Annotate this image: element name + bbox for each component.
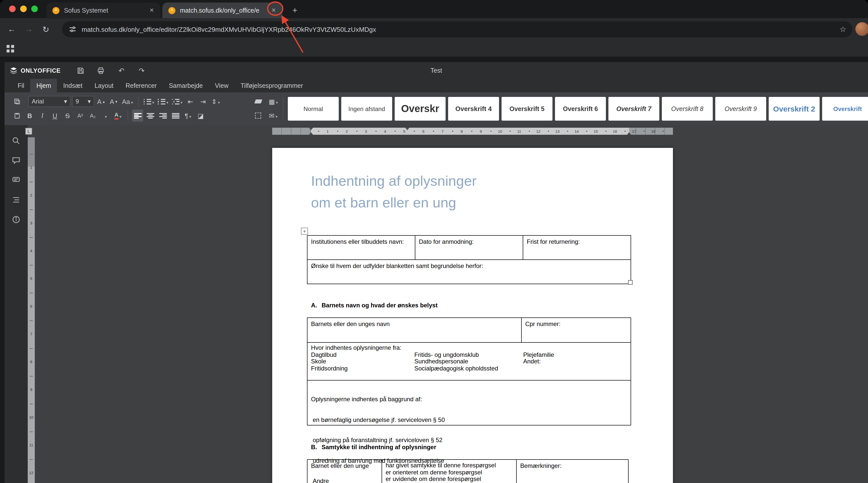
menu-view[interactable]: View [209,79,235,92]
back-button[interactable] [4,22,19,37]
line-spacing-button[interactable] [210,95,221,108]
style-overskrift-1[interactable]: Overskr [395,97,445,121]
about-info-icon[interactable] [11,215,21,224]
cell-request-date[interactable]: Dato for anmodning: [415,236,523,259]
table-resize-handle[interactable] [628,280,632,285]
onlyoffice-brand-text: ONLYOFFICE [21,67,61,74]
close-window-button[interactable] [9,5,16,12]
cell-sources[interactable]: Hvor indhentes oplysningerne fra: Dagtil… [308,343,630,380]
italic-button[interactable]: I [37,110,48,122]
bold-button[interactable]: B [24,110,35,122]
mail-merge-button[interactable] [268,110,279,122]
undo-button[interactable] [117,66,126,76]
numbered-list-button[interactable] [157,95,169,108]
align-justify-icon [172,112,179,119]
style-overskrift-5[interactable]: Overskrift 5 [501,97,553,121]
change-case-button[interactable]: Aa [121,95,134,108]
tab-close-icon[interactable] [147,6,156,15]
font-size-select[interactable]: 9 [72,96,94,107]
increase-font-button[interactable]: A▲ [96,95,107,108]
redo-button[interactable] [136,66,147,76]
minimize-window-button[interactable] [20,5,27,12]
table-shading-button[interactable] [268,95,279,108]
style-overskrift-3[interactable]: Overskrift [822,97,868,121]
style-ingen-afstand[interactable]: Ingen afstand [341,97,392,121]
menu-indsaet[interactable]: Indsæt [57,79,89,92]
cell-child-label[interactable]: Barnet eller den unge [308,460,382,483]
cursor-position-marker [405,128,409,130]
first-line-indent-marker[interactable] [309,128,313,130]
style-overskrift-4[interactable]: Overskrift 4 [448,97,499,121]
font-name-select[interactable]: Arial [28,96,70,107]
menu-tilfoejelsesprogrammer[interactable]: Tilføjelsesprogrammer [235,79,309,92]
subscript-button[interactable]: A₂ [87,110,98,122]
apps-grid-icon[interactable] [6,45,14,53]
decrease-indent-button[interactable] [185,95,196,108]
style-overskrift-6[interactable]: Overskrift 6 [555,97,606,121]
multilevel-list-button[interactable] [171,95,184,108]
tab-onlyoffice-editor[interactable]: match.sofus.dk/only_office/e [162,2,282,18]
nonprinting-chars-button[interactable]: ¶ [183,110,193,122]
chat-icon[interactable] [11,176,21,185]
font-color-button[interactable]: A [113,110,124,122]
align-left-button[interactable] [132,110,143,122]
menu-hjem[interactable]: Hjem [30,79,57,92]
menu-referencer[interactable]: Referencer [120,79,163,92]
search-icon[interactable] [11,136,21,145]
print-button[interactable] [96,66,106,76]
menu-fil[interactable]: Fil [11,79,30,92]
site-settings-icon[interactable] [68,25,76,33]
clear-style-button[interactable] [252,95,264,108]
cell-child-name[interactable]: Barnets eller den unges navn [308,318,522,342]
cell-consent-options[interactable]: har givet samtykke til denne forespørgse… [382,460,517,483]
document-page[interactable]: Indhentning af oplysninger om et barn el… [272,148,673,483]
address-bar[interactable]: match.sofus.dk/only_office/editor/Z2lkOi… [62,21,852,37]
vertical-ruler: 123456789101112 [28,137,35,483]
basis-title: Oplysningerne indhentes på baggrund af: [311,396,627,403]
paragraph-shading-button[interactable] [195,110,206,122]
style-overskrift-2[interactable]: Overskrift 2 [769,97,819,121]
align-justify-button[interactable] [170,110,181,122]
strikethrough-button[interactable]: S [62,110,73,122]
cell-cpr-number[interactable]: Cpr nummer: [522,318,630,342]
cell-return-deadline[interactable]: Frist for returnering: [523,236,630,259]
menu-layout[interactable]: Layout [89,79,120,92]
bookmark-star-icon[interactable] [839,25,846,34]
cell-institution-name[interactable]: Institutionens eller tilbuddets navn: [308,236,415,259]
style-normal[interactable]: Normal [288,97,339,121]
increase-indent-button[interactable] [197,95,209,108]
comments-icon[interactable] [11,156,21,165]
copy-button[interactable] [11,95,23,108]
decrease-font-button[interactable]: A▼ [108,95,120,108]
style-overskrift-9[interactable]: Overskrift 9 [715,97,766,121]
profile-avatar[interactable] [856,22,868,36]
right-indent-marker[interactable] [627,132,631,135]
table-move-handle[interactable]: + [301,228,308,235]
style-overskrift-7[interactable]: Overskrift 7 [609,97,659,121]
save-button[interactable] [75,66,86,76]
forward-button[interactable] [21,22,36,37]
bullet-list-button[interactable] [143,95,155,108]
align-center-button[interactable] [145,110,156,122]
browser-toolbar: match.sofus.dk/only_office/editor/Z2lkOi… [0,18,868,40]
superscript-button[interactable]: A² [74,110,86,122]
align-right-button[interactable] [157,110,168,122]
new-tab-button[interactable] [288,4,302,17]
menu-samarbejde[interactable]: Samarbejde [163,79,209,92]
tab-close-icon[interactable] [269,6,278,15]
paste-button[interactable] [11,110,23,122]
left-indent-marker[interactable] [309,132,313,135]
select-all-button[interactable] [252,110,264,122]
url-text: match.sofus.dk/only_office/editor/Z2lkOi… [82,26,839,33]
tab-sofus-systemet[interactable]: Sofus Systemet [46,2,160,18]
reload-button[interactable] [38,22,54,37]
cell-request-reason[interactable]: Ønske til hvem der udfylder blanketten s… [308,260,630,284]
navigation-headings-icon[interactable] [11,195,21,204]
zoom-window-button[interactable] [31,5,38,12]
cell-basis[interactable]: Oplysningerne indhentes på baggrund af: … [308,380,630,425]
style-overskrift-8[interactable]: Overskrift 8 [662,97,713,121]
underline-button[interactable]: U [50,110,61,122]
sofus-favicon-icon [168,6,176,15]
highlight-color-button[interactable] [100,110,111,122]
cell-remarks[interactable]: Bemærkninger: [517,460,628,483]
